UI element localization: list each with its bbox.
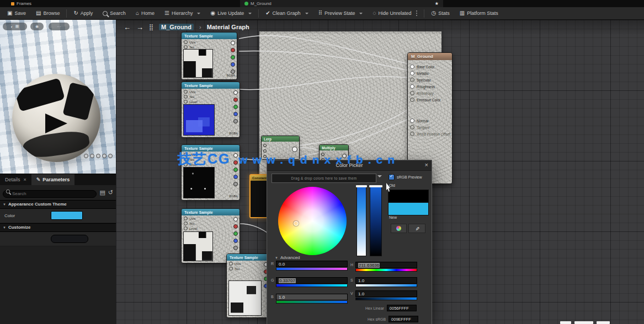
pin-normal[interactable]: Normal	[408, 117, 452, 124]
save-button[interactable]: ▣ Save	[2, 7, 31, 19]
breadcrumb-asset[interactable]: M_Ground	[159, 24, 194, 30]
breadcrumb-page[interactable]: Material Graph	[207, 24, 249, 30]
back-button[interactable]: ←	[124, 23, 131, 31]
texture-sample-node-1[interactable]: Texture Sample UVs Tex RGBA	[181, 32, 237, 80]
pin-row[interactable]: Tex	[182, 44, 237, 49]
pin-row[interactable]: Level	[182, 99, 239, 104]
pin-row[interactable]: UVs	[182, 89, 239, 94]
hue-value-field[interactable]: 211.63636	[355, 262, 417, 268]
parameter-group-header[interactable]: ▼ Appearance Custom Theme	[0, 200, 116, 209]
texture-preview	[183, 231, 213, 261]
hex-srgb-field[interactable]: 009EFFFF	[388, 316, 418, 322]
clean-graph-button[interactable]: ✔ Clean Graph	[260, 7, 313, 19]
eyedropper-button[interactable]: ✎	[408, 224, 425, 233]
pin-row[interactable]: Tex	[182, 94, 239, 99]
hide-unrelated-button[interactable]: ◌ Hide Unrelated	[368, 7, 422, 19]
pin-metallic[interactable]: Metallic	[408, 70, 452, 77]
output-pins[interactable]	[342, 154, 347, 158]
hue-slider[interactable]: H 211.63636	[355, 262, 417, 272]
apps-grid-icon[interactable]: ⣿	[149, 24, 153, 31]
blue-value-field[interactable]: 1.0	[276, 294, 348, 300]
pin-row[interactable]: Tex	[182, 156, 239, 161]
theme-dropdown-icon[interactable]	[377, 175, 382, 180]
green-value-field[interactable]: 0.33707	[276, 277, 348, 284]
color-theme-bar[interactable]: Drag & drop colors here to save them	[272, 174, 376, 183]
slider-handle[interactable]	[369, 185, 382, 187]
dark-parameter-swatch[interactable]	[51, 235, 88, 243]
input-pins[interactable]	[263, 144, 267, 158]
pin-row[interactable]: Level	[182, 161, 239, 166]
texture-sample-node-3[interactable]: Texture Sample UVs Tex Level RGBA	[181, 144, 240, 201]
texture-sample-node-2[interactable]: Texture Sample UVs Tex Level RGBA	[181, 82, 240, 138]
blue-slider[interactable]: B 1.0	[276, 294, 348, 304]
slider-handle[interactable]	[356, 185, 367, 187]
pin-anisotropy[interactable]: Anisotropy	[408, 90, 452, 96]
output-pins[interactable]	[231, 41, 235, 74]
output-pins[interactable]	[233, 90, 238, 123]
color-themes-button[interactable]	[391, 224, 407, 233]
preview-sphere[interactable]	[12, 74, 100, 162]
hex-linear-field[interactable]: 0056FFFF	[387, 305, 417, 311]
tab-material[interactable]: M_Ground ★	[240, 0, 443, 7]
preview-state-button[interactable]: ⠿ Preview State	[313, 7, 368, 19]
saturation-value-slider[interactable]: S 1.0	[355, 277, 417, 287]
viewport-orbit-controls[interactable]	[84, 154, 113, 158]
output-pins[interactable]	[292, 147, 297, 152]
reset-to-default-icon[interactable]: ↺	[108, 190, 113, 196]
red-value-field[interactable]: 0.0	[276, 261, 348, 267]
browse-button[interactable]: ▤ Browse	[31, 7, 65, 19]
pin-world-position-offset[interactable]: World Position Offset	[408, 131, 452, 137]
clean-graph-icon: ✔	[265, 10, 270, 16]
close-icon[interactable]: ×	[24, 177, 26, 182]
close-icon[interactable]: ×	[425, 161, 428, 168]
filter-icon[interactable]: ▤	[99, 190, 105, 196]
old-color-swatch[interactable]	[388, 190, 429, 203]
forward-button[interactable]: →	[136, 23, 143, 31]
red-slider[interactable]: R 0.0	[276, 261, 348, 271]
color-wheel[interactable]	[278, 187, 347, 255]
parameter-search-input[interactable]	[3, 190, 97, 198]
tab-parameters[interactable]: ✎ Parameters	[31, 174, 75, 185]
advanced-expander[interactable]: ▼ Advanced	[275, 255, 300, 260]
lerp-node[interactable]: Lerp	[261, 136, 300, 160]
tab-frames[interactable]: Frames	[7, 0, 36, 7]
pin-row[interactable]: Tex	[182, 220, 239, 225]
pin-row[interactable]: Level	[182, 225, 239, 230]
pin-emissive-color[interactable]: Emissive Color	[408, 96, 452, 103]
pin-row[interactable]: UVs	[182, 39, 237, 44]
new-color-swatch[interactable]	[388, 202, 429, 215]
home-button[interactable]: ⌂ Home	[131, 7, 159, 19]
pin-base-color[interactable]: Base Color	[408, 63, 452, 70]
output-pins[interactable]	[233, 153, 238, 186]
value-slider[interactable]	[370, 186, 382, 256]
platform-stats-button[interactable]: ▥ Platform Stats	[455, 7, 503, 19]
srgb-preview-checkbox[interactable]: sRGB Preview	[388, 174, 422, 180]
saturation-value-field[interactable]: 1.0	[355, 277, 417, 284]
hierarchy-button[interactable]: ☰ Hierarchy	[159, 7, 205, 19]
parameter-group-header[interactable]: ▼ Customize	[0, 223, 116, 232]
material-preview-viewport[interactable]: ◐ ▦ ◉ ···	[0, 20, 116, 174]
pin-tab-icon[interactable]: ★	[435, 1, 439, 6]
value-value-slider[interactable]: V 1.0	[355, 290, 417, 300]
value-value-field[interactable]: 1.0	[355, 290, 417, 297]
green-slider[interactable]: G 0.33707	[276, 277, 348, 287]
output-pins[interactable]	[233, 217, 238, 250]
search-button[interactable]: Search	[98, 7, 131, 19]
pin-tangent[interactable]: Tangent	[408, 124, 452, 131]
tab-details[interactable]: Details ×	[0, 174, 31, 185]
color-parameter-swatch[interactable]	[51, 211, 83, 220]
live-update-button[interactable]: ◉ Live Update	[205, 7, 257, 19]
saturation-slider[interactable]	[356, 186, 366, 256]
apply-button[interactable]: ↻ Apply	[68, 7, 98, 19]
pin-row[interactable]: UVs	[182, 215, 239, 220]
viewport-view-pill[interactable]: ◉	[30, 23, 44, 30]
pin-row[interactable]: UVs	[182, 152, 239, 156]
pin-specular[interactable]: Specular	[408, 77, 452, 83]
stats-button[interactable]: ◷ Stats	[426, 7, 454, 19]
color-wheel-selector[interactable]	[294, 221, 299, 226]
viewport-options-pill[interactable]: ◐ ▦	[3, 23, 27, 30]
texture-sample-node-5[interactable]: Texture Sample UVs Tex	[226, 253, 270, 318]
color-picker-titlebar[interactable]: Color Picker ×	[267, 160, 432, 171]
viewport-mode-pill[interactable]: ···	[49, 23, 70, 30]
pin-roughness[interactable]: Roughness	[408, 83, 452, 90]
